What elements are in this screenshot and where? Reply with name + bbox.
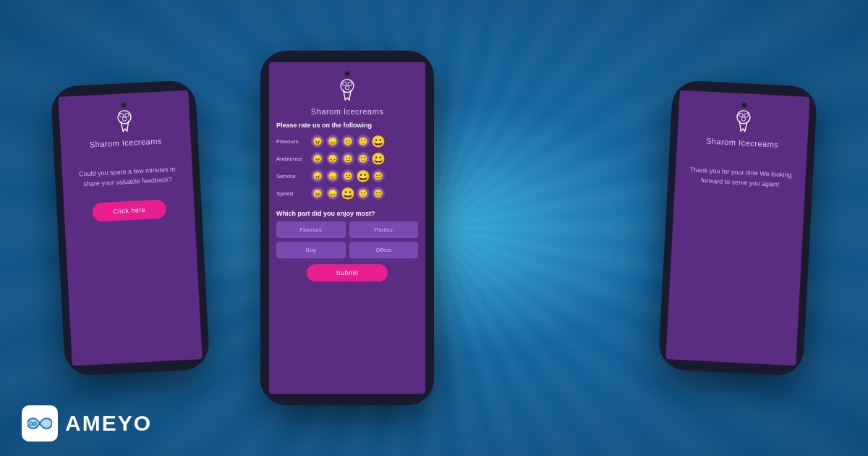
- emoji-1[interactable]: 😠: [311, 152, 324, 165]
- category-service: Service: [276, 173, 311, 180]
- svg-point-10: [744, 113, 749, 117]
- emoji-3[interactable]: 😐: [341, 152, 354, 165]
- emoji-3[interactable]: 😐: [341, 169, 354, 182]
- right-screen-content: Sharom Icecreams Thank you for your time…: [665, 90, 809, 366]
- svg-text:∞: ∞: [29, 417, 37, 429]
- enjoy-offers[interactable]: Offers: [349, 242, 419, 258]
- emoji-group-ambience: 😠 😞 😐 🙂 😀: [311, 152, 385, 165]
- emoji-group-flavours: 😠 😞 😐 🙂 😀: [311, 135, 385, 148]
- emoji-3[interactable]: 😐: [341, 135, 354, 148]
- category-ambience: Ambience: [276, 156, 311, 162]
- enjoy-bay[interactable]: Bay: [276, 242, 346, 258]
- svg-point-9: [739, 113, 744, 117]
- rating-row-ambience: Ambience 😠 😞 😐 🙂 😀: [276, 152, 418, 165]
- ameyo-box: ∞: [22, 405, 58, 442]
- rate-heading: Please rate us on the following: [276, 122, 418, 129]
- svg-point-11: [741, 117, 746, 122]
- center-screen-content: Sharom Icecreams Please rate us on the f…: [269, 62, 425, 394]
- emoji-5[interactable]: 😊: [372, 169, 385, 182]
- left-app-title: Sharom Icecreams: [89, 137, 162, 149]
- thankyou-text: Thank you for your time We looking forwa…: [682, 164, 799, 191]
- emoji-2[interactable]: 😞: [326, 152, 339, 165]
- svg-point-2: [125, 113, 129, 117]
- icecream-icon-left: [111, 107, 138, 135]
- emoji-2[interactable]: 😞: [326, 135, 339, 148]
- click-here-button[interactable]: Click here: [93, 199, 166, 221]
- center-app-title: Sharom Icecreams: [311, 107, 383, 116]
- emoji-5-selected[interactable]: 😀: [372, 152, 385, 165]
- right-phone: Sharom Icecreams Thank you for your time…: [658, 80, 818, 376]
- svg-point-7: [345, 86, 349, 90]
- submit-button[interactable]: Submit: [307, 264, 387, 282]
- emoji-4[interactable]: 🙂: [357, 152, 370, 165]
- left-body-text: Could you spare a few minutes to share y…: [69, 164, 186, 190]
- ameyo-brand-name: AMEYO: [65, 411, 152, 436]
- svg-point-1: [119, 113, 124, 117]
- rating-section: Please rate us on the following Flavours…: [276, 122, 418, 204]
- emoji-2[interactable]: 😞: [326, 187, 339, 200]
- emoji-group-speed: 😠 😞 😀 🙂 😊: [311, 187, 385, 200]
- emoji-5-selected[interactable]: 😀: [372, 135, 385, 148]
- emoji-5[interactable]: 😊: [372, 187, 385, 200]
- enjoy-heading: Which part did you enjoy most?: [276, 210, 375, 217]
- emoji-2[interactable]: 😞: [326, 169, 339, 182]
- center-phone: Sharom Icecreams Please rate us on the f…: [260, 51, 434, 405]
- emoji-1[interactable]: 😠: [311, 187, 324, 200]
- emoji-group-service: 😠 😞 😐 😀 😊: [311, 169, 385, 182]
- rating-row-flavours: Flavours 😠 😞 😐 🙂 😀: [276, 135, 418, 148]
- svg-point-5: [343, 82, 346, 85]
- ameyo-logo: ∞ AMEYO: [22, 405, 152, 442]
- left-screen-content: Sharom Icecreams Could you spare a few m…: [58, 90, 202, 366]
- icecream-icon-center: [334, 77, 360, 103]
- icecream-icon-right: [730, 107, 757, 135]
- emoji-4[interactable]: 🙂: [357, 187, 370, 200]
- category-speed: Speed: [276, 190, 311, 197]
- rating-row-service: Service 😠 😞 😐 😀 😊: [276, 169, 418, 182]
- emoji-1[interactable]: 😠: [311, 169, 324, 182]
- enjoy-parties[interactable]: Parties: [349, 221, 419, 238]
- emoji-3-selected[interactable]: 😀: [341, 187, 354, 200]
- svg-point-6: [348, 82, 352, 85]
- rating-row-speed: Speed 😠 😞 😀 🙂 😊: [276, 187, 418, 200]
- enjoy-grid: Flavours Parties Bay Offers: [276, 221, 418, 258]
- camera-center: [344, 71, 350, 77]
- infinity-icon: ∞: [27, 416, 52, 431]
- right-app-title: Sharom Icecreams: [706, 137, 779, 149]
- svg-point-3: [122, 117, 127, 122]
- emoji-4-selected[interactable]: 😀: [357, 169, 370, 182]
- category-flavours: Flavours: [276, 138, 311, 145]
- emoji-4[interactable]: 🙂: [357, 135, 370, 148]
- enjoy-flavours[interactable]: Flavours: [276, 221, 346, 238]
- emoji-1[interactable]: 😠: [311, 135, 324, 148]
- left-phone: Sharom Icecreams Could you spare a few m…: [51, 80, 210, 376]
